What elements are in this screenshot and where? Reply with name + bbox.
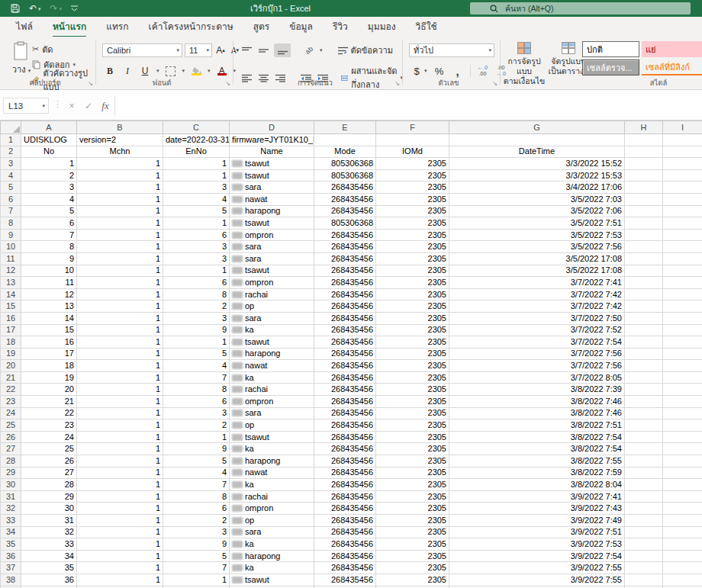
cell[interactable] <box>625 562 663 574</box>
cell[interactable]: 3/5/2022 7:56 <box>449 241 625 253</box>
cell[interactable]: 268435456 <box>314 324 376 336</box>
cell[interactable] <box>663 360 702 372</box>
cell[interactable] <box>663 300 702 313</box>
cell[interactable] <box>625 229 663 241</box>
col-header-E[interactable]: E <box>314 121 376 134</box>
tab-data[interactable]: ข้อมูล <box>279 17 323 37</box>
cell[interactable]: 5 <box>163 550 230 562</box>
cell[interactable]: 27 <box>21 467 77 479</box>
col-header-B[interactable]: B <box>77 121 163 134</box>
cell[interactable] <box>663 134 702 146</box>
cell[interactable]: 26 <box>21 455 77 468</box>
row-header-11[interactable]: 11 <box>1 252 21 265</box>
cell[interactable]: 2305 <box>376 288 449 300</box>
cell[interactable]: 3/7/2022 7:42 <box>449 288 625 300</box>
cell[interactable]: 268435456 <box>314 300 376 313</box>
cell[interactable]: tsawut <box>230 431 314 443</box>
align-top-button[interactable] <box>240 43 253 57</box>
font-dialog-launcher-icon[interactable]: ↘ <box>225 81 230 87</box>
number-format-combo[interactable]: ทั่วไป▾ <box>409 43 494 57</box>
cell[interactable]: 1 <box>77 252 163 265</box>
cell[interactable]: 1 <box>77 526 163 538</box>
cell[interactable]: 268435456 <box>314 526 376 538</box>
tab-view[interactable]: มุมมอง <box>358 17 406 37</box>
cell[interactable] <box>625 134 663 146</box>
cell-style-bad[interactable]: แย่ <box>642 41 702 57</box>
row-header-2[interactable]: 2 <box>1 146 21 158</box>
cell[interactable]: 7 <box>163 562 230 574</box>
cell[interactable]: 1 <box>77 158 163 170</box>
tab-review[interactable]: รีวิว <box>323 17 358 37</box>
cancel-button[interactable]: × <box>64 98 79 114</box>
row-header-32[interactable]: 32 <box>1 503 21 515</box>
cell[interactable]: 3/8/2022 7:54 <box>449 431 625 443</box>
cell[interactable]: Mchn <box>77 146 163 158</box>
cell[interactable]: 2305 <box>376 193 449 205</box>
cell[interactable]: sara <box>230 252 314 265</box>
cell[interactable]: 2305 <box>376 490 449 503</box>
cell[interactable]: 32 <box>21 526 77 538</box>
align-bottom-button[interactable] <box>274 43 291 57</box>
cell[interactable]: 1 <box>77 300 163 313</box>
cell[interactable] <box>663 443 702 455</box>
row-header-8[interactable]: 8 <box>1 217 21 230</box>
cell[interactable]: date=2022-03-31 <box>163 134 230 146</box>
cell[interactable]: 2305 <box>376 158 449 170</box>
cell[interactable]: 1 <box>77 479 163 491</box>
cell[interactable]: tsawut <box>230 169 314 182</box>
percent-style-button[interactable]: % <box>433 64 446 78</box>
cell[interactable]: 268435456 <box>314 396 376 408</box>
cell[interactable] <box>625 396 663 408</box>
tab-insert[interactable]: แทรก <box>96 17 138 37</box>
row-header-29[interactable]: 29 <box>1 467 21 479</box>
cell[interactable]: 1 <box>77 229 163 241</box>
formula-input[interactable] <box>114 96 702 115</box>
cell[interactable]: tsawut <box>230 336 314 349</box>
cell[interactable] <box>663 158 702 170</box>
cell[interactable]: 3/3/2022 15:53 <box>449 169 625 182</box>
cell[interactable]: 2 <box>163 419 230 432</box>
cell[interactable]: 2305 <box>376 169 449 182</box>
cell[interactable]: 3/9/2022 7:55 <box>449 574 625 586</box>
cell[interactable]: 34 <box>21 550 77 562</box>
cell[interactable]: 5 <box>163 205 230 217</box>
borders-button[interactable] <box>165 64 177 78</box>
cell[interactable]: 268435456 <box>314 574 376 586</box>
cell[interactable]: 1 <box>163 169 230 182</box>
cell[interactable]: 1 <box>77 515 163 527</box>
cell[interactable]: rachai <box>230 490 314 503</box>
cell[interactable]: 3 <box>163 526 230 538</box>
font-name-combo[interactable]: Calibri▾ <box>102 43 182 57</box>
cell[interactable] <box>663 324 702 336</box>
cell[interactable]: 36 <box>21 574 77 586</box>
cell[interactable]: 2305 <box>376 431 449 443</box>
cell[interactable] <box>663 503 702 515</box>
cell[interactable] <box>663 252 702 265</box>
col-header-C[interactable]: C <box>163 121 230 134</box>
cell[interactable]: nawat <box>230 467 314 479</box>
cell[interactable]: 3/7/2022 7:50 <box>449 312 625 324</box>
cell[interactable]: 1 <box>77 396 163 408</box>
cell[interactable]: 2305 <box>376 384 449 396</box>
cell[interactable]: sara <box>230 407 314 419</box>
cell[interactable]: Mode <box>314 146 376 158</box>
cell[interactable]: 268435456 <box>314 515 376 527</box>
cell[interactable] <box>625 217 663 230</box>
cell[interactable] <box>625 288 663 300</box>
cell[interactable]: ompron <box>230 229 314 241</box>
cell[interactable]: 2 <box>163 300 230 313</box>
cell[interactable]: 15 <box>21 324 77 336</box>
cell-style-linked[interactable]: เซลล์ที่มีลิงก์ <box>642 59 702 76</box>
cell[interactable]: 268435456 <box>314 182 376 194</box>
cell[interactable]: 268435456 <box>314 265 376 277</box>
cell[interactable]: 4 <box>163 467 230 479</box>
cell[interactable]: 28 <box>21 479 77 491</box>
cell[interactable]: 1 <box>77 562 163 574</box>
row-header-34[interactable]: 34 <box>1 526 21 538</box>
row-header-24[interactable]: 24 <box>1 407 21 419</box>
cell[interactable]: 30 <box>21 503 77 515</box>
cell[interactable]: 6 <box>21 217 77 230</box>
cell[interactable]: 3/9/2022 7:55 <box>449 562 625 574</box>
cell[interactable] <box>663 515 702 527</box>
cell[interactable]: op <box>230 419 314 432</box>
